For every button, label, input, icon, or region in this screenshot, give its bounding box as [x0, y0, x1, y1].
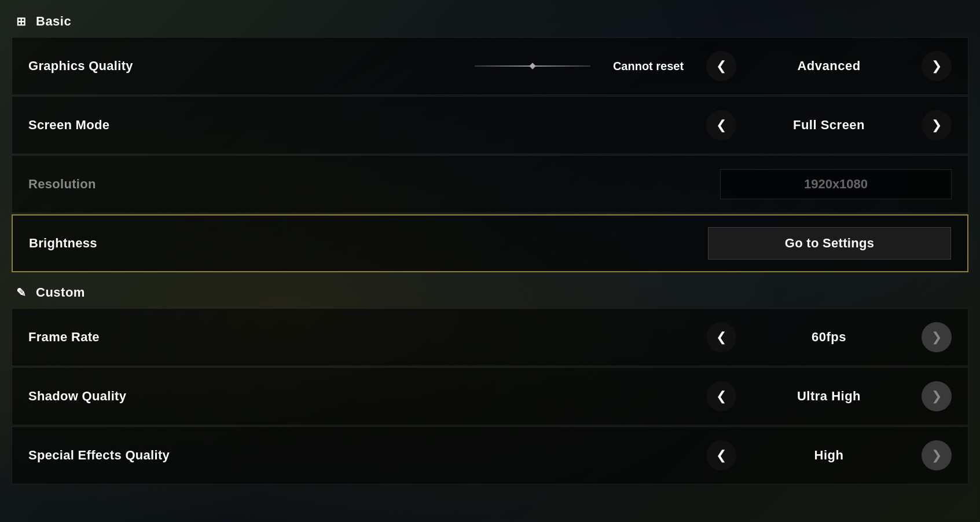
- brightness-label: Brightness: [29, 236, 97, 251]
- frame-rate-value: 60fps: [736, 330, 922, 345]
- shadow-quality-prev-btn[interactable]: [706, 381, 736, 411]
- graphics-slider-line: [475, 65, 590, 67]
- shadow-quality-row: Shadow Quality Ultra High: [12, 367, 968, 425]
- special-effects-next-btn[interactable]: [922, 440, 952, 470]
- chevron-right-icon: [931, 389, 942, 404]
- screen-mode-control: Full Screen: [685, 110, 952, 140]
- pencil-icon: [14, 285, 29, 300]
- resolution-label: Resolution: [28, 177, 96, 192]
- graphics-quality-label: Graphics Quality: [28, 59, 133, 74]
- custom-section-header: Custom: [12, 277, 968, 308]
- shadow-quality-control: Ultra High: [685, 381, 952, 411]
- basic-section-header: Basic: [12, 6, 968, 37]
- chevron-right-icon: [931, 448, 942, 463]
- graphics-quality-control: Cannot reset Advanced: [475, 51, 952, 81]
- chevron-left-icon: [716, 389, 726, 404]
- resolution-control: 1920x1080: [685, 169, 952, 199]
- brightness-row: Brightness Go to Settings: [12, 214, 968, 272]
- screen-mode-label: Screen Mode: [28, 118, 109, 133]
- resolution-value: 1920x1080: [804, 177, 868, 191]
- screen-mode-next-btn[interactable]: [922, 110, 952, 140]
- chevron-left-icon: [716, 59, 726, 74]
- special-effects-value: High: [736, 448, 922, 463]
- grid-icon: [14, 14, 29, 29]
- chevron-left-icon: [716, 330, 726, 345]
- special-effects-control: High: [685, 440, 952, 470]
- frame-rate-prev-btn[interactable]: [706, 322, 736, 352]
- graphics-quality-prev-btn[interactable]: [706, 51, 736, 81]
- chevron-right-icon: [931, 330, 942, 345]
- cannot-reset-text: Cannot reset: [590, 60, 706, 73]
- frame-rate-label: Frame Rate: [28, 330, 100, 345]
- brightness-control: Go to Settings: [685, 227, 951, 260]
- screen-mode-value: Full Screen: [736, 118, 922, 133]
- chevron-left-icon: [716, 118, 726, 133]
- frame-rate-row: Frame Rate 60fps: [12, 308, 968, 366]
- special-effects-prev-btn[interactable]: [706, 440, 736, 470]
- settings-panel: Basic Graphics Quality Cannot reset Adva…: [0, 0, 980, 522]
- chevron-right-icon: [931, 118, 942, 133]
- chevron-left-icon: [716, 448, 726, 463]
- custom-section-label: Custom: [36, 285, 85, 300]
- special-effects-label: Special Effects Quality: [28, 448, 170, 463]
- basic-section-label: Basic: [36, 14, 71, 29]
- frame-rate-control: 60fps: [685, 322, 952, 352]
- graphics-quality-value: Advanced: [736, 59, 922, 74]
- goto-settings-btn[interactable]: Go to Settings: [708, 227, 951, 260]
- special-effects-row: Special Effects Quality High: [12, 426, 968, 484]
- slider-thumb: [529, 63, 535, 69]
- graphics-quality-row: Graphics Quality Cannot reset Advanced: [12, 37, 968, 95]
- shadow-quality-next-btn[interactable]: [922, 381, 952, 411]
- graphics-quality-next-btn[interactable]: [922, 51, 952, 81]
- shadow-quality-value: Ultra High: [736, 389, 922, 404]
- resolution-display: 1920x1080: [720, 169, 952, 199]
- frame-rate-next-btn[interactable]: [922, 322, 952, 352]
- screen-mode-row: Screen Mode Full Screen: [12, 96, 968, 154]
- chevron-right-icon: [931, 59, 942, 74]
- resolution-row: Resolution 1920x1080: [12, 155, 968, 213]
- shadow-quality-label: Shadow Quality: [28, 389, 126, 404]
- screen-mode-prev-btn[interactable]: [706, 110, 736, 140]
